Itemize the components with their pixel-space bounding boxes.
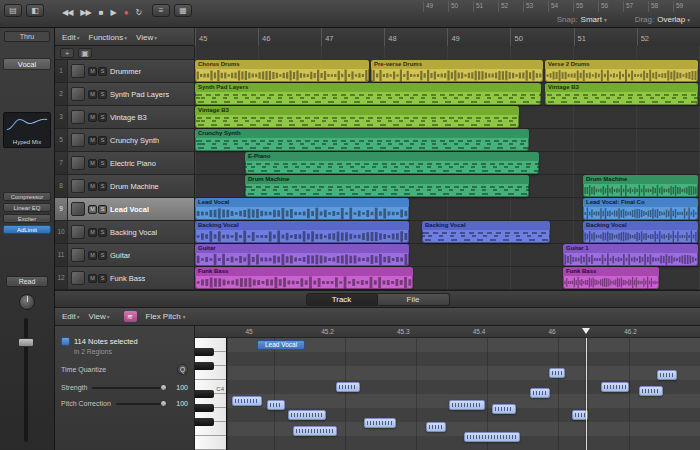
flex-pitch-note[interactable] [364,418,396,428]
flex-pitch-note[interactable] [464,432,520,442]
mute-button[interactable]: M [88,205,97,214]
mute-button[interactable]: M [88,251,97,260]
snap-menu[interactable]: Snap:Smart▾ [557,15,607,24]
flex-pitch-note[interactable] [426,422,446,432]
region-funk-bass[interactable]: Funk Bass [195,267,413,289]
add-track-icon[interactable]: + [60,48,74,58]
solo-button[interactable]: S [98,274,107,283]
flex-pitch-note[interactable] [449,400,485,410]
fader-cap[interactable] [18,338,34,347]
region-synth-pad-layers[interactable]: Synth Pad Layers [195,83,541,105]
piano-black-key[interactable] [195,362,214,370]
setting-button[interactable]: Thru [4,31,50,42]
region-guitar-1[interactable]: Guitar 1 [563,244,698,266]
region-vintage-b3[interactable]: Vintage B3 [195,106,519,128]
playhead-marker[interactable] [582,328,590,338]
solo-button[interactable]: S [98,113,107,122]
editor-ruler[interactable]: 4545.245.345.44646.2 [195,326,700,338]
region-vintage-b3[interactable]: Vintage B3 [545,83,698,105]
track-header-guitar[interactable]: 11MSGuitar [55,244,195,267]
flex-pitch-note[interactable] [639,386,663,396]
piano-black-key[interactable] [195,348,214,356]
mute-button[interactable]: M [88,67,97,76]
inspector-icon[interactable]: ◧ [26,4,44,17]
flex-pitch-note[interactable] [336,382,360,392]
region-guitar[interactable]: Guitar [195,244,409,266]
pan-knob[interactable] [19,294,35,310]
flex-pitch-note[interactable] [232,396,262,406]
flex-mode-menu[interactable]: Flex Pitch▾ [146,312,186,321]
automation-mode-button[interactable]: Read [6,276,48,287]
mute-button[interactable]: M [88,159,97,168]
forward-icon[interactable]: ▶▶ [80,8,90,17]
piano-black-key[interactable] [195,390,214,398]
solo-button[interactable]: S [98,90,107,99]
track-header-funk-bass[interactable]: 12MSFunk Bass [55,267,195,290]
menu-edit[interactable]: Edit▾ [62,33,80,42]
track-header-drummer[interactable]: 1MSDrummer [55,60,195,83]
record-icon[interactable]: ● [124,8,128,17]
track-header-crunchy-synth[interactable]: 5MSCrunchy Synth [55,129,195,152]
editor-menu-view[interactable]: View▾ [89,312,110,321]
region-header-chip[interactable]: Lead Vocal [257,340,305,350]
mute-button[interactable]: M [88,136,97,145]
flex-pitch-note[interactable] [267,400,285,410]
region-pre-verse-drums[interactable]: Pre-verse Drums [371,60,543,82]
solo-button[interactable]: S [98,228,107,237]
pitch-correction-slider-knob[interactable] [160,400,167,407]
pitch-correction-slider[interactable] [116,403,167,405]
plugin-slot-exciter[interactable]: Exciter [3,214,51,223]
flex-pitch-grid[interactable]: Lead Vocal [227,338,700,450]
volume-fader[interactable] [24,318,28,442]
region-drum-machine[interactable]: Drum Machine [245,175,529,197]
track-header-lead-vocal[interactable]: 9MSLead Vocal [55,198,195,221]
tab-file[interactable]: File [378,293,450,306]
region-verse-2-drums[interactable]: Verse 2 Drums [545,60,698,82]
duplicate-track-icon[interactable]: ▣ [78,48,92,58]
region-e-piano[interactable]: E-Piano [245,152,539,174]
solo-button[interactable]: S [98,251,107,260]
tab-track[interactable]: Track [306,293,378,306]
track-header-vintage-b3[interactable]: 3MSVintage B3 [55,106,195,129]
plugin-slot-linear-eq[interactable]: Linear EQ [3,203,51,212]
mute-button[interactable]: M [88,90,97,99]
mixer-icon[interactable]: ▦ [174,4,192,17]
quantize-button[interactable]: Q [177,364,188,375]
track-header-backing-vocal[interactable]: 10MSBacking Vocal [55,221,195,244]
flex-pitch-note[interactable] [293,426,337,436]
region-drum-machine[interactable]: Drum Machine [583,175,698,197]
plugin-slot-compressor[interactable]: Compressor [3,192,51,201]
piano-white-key[interactable] [195,436,226,450]
flex-pitch-note[interactable] [492,404,516,414]
track-header-synth-pad-layers[interactable]: 2MSSynth Pad Layers [55,83,195,106]
editor-menu-edit[interactable]: Edit▾ [62,312,80,321]
region-funk-bass[interactable]: Funk Bass [563,267,659,289]
flex-pitch-note[interactable] [549,368,565,378]
solo-button[interactable]: S [98,159,107,168]
mute-button[interactable]: M [88,182,97,191]
strength-slider[interactable] [92,387,167,389]
mute-button[interactable]: M [88,274,97,283]
eq-thumbnail[interactable]: Hyped Mix [3,112,51,148]
list-editors-icon[interactable]: ≡ [152,4,170,17]
solo-button[interactable]: S [98,67,107,76]
track-header-electric-piano[interactable]: 7MSElectric Piano [55,152,195,175]
region-backing-vocal[interactable]: Backing Vocal [422,221,550,243]
drag-menu[interactable]: Drag:Overlap▾ [635,15,690,24]
region-lead-vocal-final-co[interactable]: Lead Vocal: Final Co [583,198,698,220]
flex-pitch-note[interactable] [530,388,550,398]
mute-button[interactable]: M [88,113,97,122]
plugin-slot-adlimit[interactable]: AdLimit [3,225,51,234]
stop-icon[interactable]: ■ [99,8,103,17]
mute-button[interactable]: M [88,228,97,237]
playhead[interactable] [586,338,587,450]
flex-pitch-note[interactable] [288,410,326,420]
cycle-icon[interactable]: ↻ [135,8,141,17]
solo-button[interactable]: S [98,136,107,145]
flex-pitch-note[interactable] [657,370,677,380]
bar-ruler[interactable]: 4546474849505152 [195,28,700,46]
region-lead-vocal[interactable]: Lead Vocal [195,198,409,220]
menu-view[interactable]: View▾ [136,33,157,42]
flex-pitch-note[interactable] [601,382,629,392]
region-backing-vocal[interactable]: Backing Vocal [583,221,698,243]
